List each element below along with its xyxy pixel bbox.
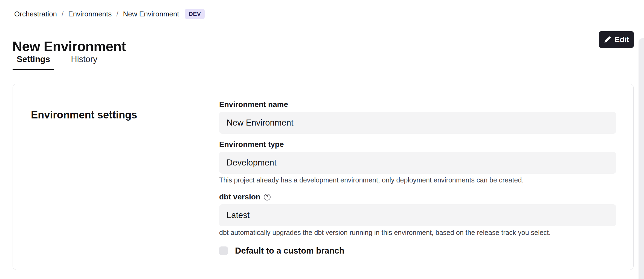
custom-branch-checkbox-label: Default to a custom branch [235,246,344,256]
tab-history[interactable]: History [67,55,101,70]
tab-settings[interactable]: Settings [13,55,54,70]
edit-button[interactable]: Edit [599,31,634,48]
environment-type-help-text: This project already has a development e… [219,176,616,184]
scrollbar-gutter[interactable] [639,38,644,279]
breadcrumb-separator: / [62,10,63,18]
page-title: New Environment [12,39,126,55]
dbt-version-input[interactable] [219,204,616,226]
custom-branch-row: Default to a custom branch [219,246,616,256]
environment-name-label-text: Environment name [219,100,288,109]
pencil-icon [604,36,611,43]
custom-branch-checkbox[interactable] [219,246,228,255]
dbt-version-label-text: dbt version [219,192,260,202]
dbt-version-label: dbt version ? [219,192,616,202]
breadcrumb-environments[interactable]: Environments [68,10,112,18]
breadcrumb-new-environment[interactable]: New Environment [123,10,179,18]
breadcrumb-separator: / [116,10,118,18]
breadcrumb: Orchestration / Environments / New Envir… [14,9,205,19]
environment-name-input[interactable] [219,112,616,134]
environment-type-label: Environment type [219,140,616,149]
tabs-divider [0,70,644,70]
environment-type-label-text: Environment type [219,140,284,149]
tab-bar: Settings History [13,55,101,70]
dev-environment-badge: DEV [185,9,205,19]
help-icon[interactable]: ? [264,194,271,200]
environment-settings-card: Environment settings Environment name En… [13,84,634,270]
environment-settings-form: Environment name Environment type This p… [219,100,616,256]
environment-name-label: Environment name [219,100,616,109]
dbt-version-help-text: dbt automatically upgrades the dbt versi… [219,228,616,237]
breadcrumb-orchestration[interactable]: Orchestration [14,10,57,18]
section-title: Environment settings [31,109,137,121]
edit-button-label: Edit [615,35,629,44]
environment-type-input[interactable] [219,152,616,174]
